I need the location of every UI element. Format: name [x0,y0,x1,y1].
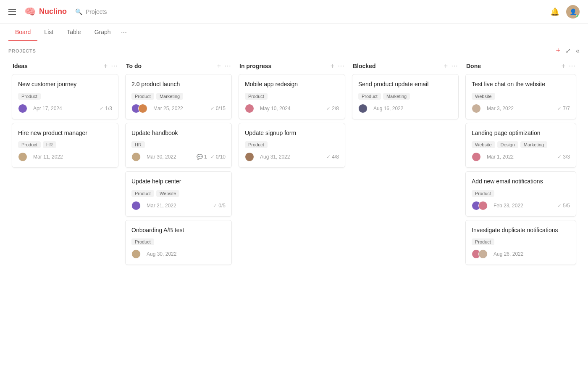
search-area[interactable]: 🔍 Projects [75,8,107,15]
card-title: Mobile app redesign [245,80,339,89]
card-date: Mar 11, 2022 [33,154,63,160]
card-tags: Product HR [18,141,112,148]
card-tags: Product [472,190,570,197]
tab-table[interactable]: Table [60,24,87,41]
card-new-customer-journey[interactable]: New customer journey Product Apr 17, 202… [12,74,118,119]
tag: Product [245,93,268,100]
card-avatars [131,201,141,210]
column-header-done: Done + ⋯ [465,62,576,70]
check-count: 0/15 [216,106,226,111]
card-meta: Feb 23, 2022 [472,201,523,210]
avatar [472,104,481,113]
column-actions-ideas: + ⋯ [104,62,118,70]
tab-list[interactable]: List [37,24,60,41]
card-checks: ✓ 4/8 [326,154,339,160]
comment-icon: 💬 [197,154,203,160]
avatar [478,201,488,210]
card-footer: Mar 21, 2022 ✓ 0/5 [131,201,226,210]
check-icon: ✓ [557,203,562,209]
add-card-ideas-button[interactable]: + [104,62,108,70]
card-footer: Mar 25, 2022 ✓ 0/15 [131,104,226,113]
tag: Product [472,238,494,245]
card-footer: Apr 17, 2024 ✓ 1/3 [18,104,112,113]
card-mobile-app-redesign[interactable]: Mobile app redesign Product May 10, 2024… [239,74,345,119]
card-update-handbook[interactable]: Update handbook HR Mar 30, 2022 💬 1 [125,123,232,168]
column-title-done: Done [466,63,481,69]
notifications-button[interactable]: 🔔 [550,7,559,16]
column-inprogress: In progress + ⋯ Mobile app redesign Prod… [235,58,349,272]
column-actions-inprogress: + ⋯ [331,62,344,70]
avatar [138,104,147,113]
card-update-signup-form[interactable]: Update signup form Product Aug 31, 2022 … [239,123,345,168]
more-ideas-button[interactable]: ⋯ [111,62,118,70]
card-landing-page-optimization[interactable]: Landing page optimization Website Design… [465,123,576,168]
avatar [245,152,254,161]
card-date: Aug 26, 2022 [494,251,523,257]
check-icon: ✓ [100,106,104,111]
logo[interactable]: 🧠 Nuclino [24,6,67,17]
tab-graph[interactable]: Graph [88,24,118,41]
card-date: Mar 30, 2022 [147,154,176,160]
more-todo-button[interactable]: ⋯ [224,62,231,70]
card-add-email-notifications[interactable]: Add new email notifications Product Feb … [465,171,576,217]
card-product-launch[interactable]: 2.0 product launch Product Marketing Mar… [125,74,232,119]
card-tags: Website [472,93,570,100]
card-avatars [472,104,481,113]
card-date: Aug 30, 2022 [147,251,176,257]
menu-button[interactable] [8,9,16,15]
card-date: Mar 3, 2022 [487,106,514,111]
add-card-todo-button[interactable]: + [217,62,221,70]
card-footer: Mar 30, 2022 💬 1 ✓ 0/10 [131,152,226,161]
header: 🧠 Nuclino 🔍 Projects 🔔 👤 [0,0,588,24]
card-hire-product-manager[interactable]: Hire new product manager Product HR Mar … [12,123,118,168]
check-icon: ✓ [213,203,217,209]
check-count: 0/10 [216,154,226,160]
card-title: Onboarding A/B test [131,226,226,235]
card-meta: Mar 25, 2022 [131,104,183,113]
tag: HR [43,141,56,148]
tag: Product [131,238,154,245]
check-count: 0/5 [218,203,226,209]
card-title: Update signup form [245,129,339,138]
more-done-button[interactable]: ⋯ [569,62,575,70]
card-footer: Feb 23, 2022 ✓ 5/5 [472,201,570,210]
column-header-inprogress: In progress + ⋯ [239,62,345,70]
column-todo: To do + ⋯ 2.0 product launch Product Mar… [122,58,235,272]
tab-more-button[interactable]: ⋯ [118,24,130,41]
check-icon: ✓ [557,154,562,160]
tag: Product [18,141,41,148]
check-icon: ✓ [326,154,331,160]
more-inprogress-button[interactable]: ⋯ [338,62,344,70]
card-avatars [245,152,254,161]
check-count: 1/3 [105,106,112,111]
card-investigate-duplicate-notifications[interactable]: Investigate duplicate notifications Prod… [465,220,576,265]
tab-board[interactable]: Board [8,24,37,41]
card-send-product-update-email[interactable]: Send product update email Product Market… [352,74,459,119]
card-date: Apr 17, 2024 [33,106,62,111]
card-checks: ✓ 1/3 [100,106,112,111]
card-update-help-center[interactable]: Update help center Product Website Mar 2… [125,171,232,217]
card-tags: Product [472,238,570,245]
tag: Product [18,93,41,100]
more-blocked-button[interactable]: ⋯ [451,62,458,70]
card-avatars [131,249,141,259]
collapse-button[interactable]: « [576,47,580,55]
card-date: Feb 23, 2022 [494,203,523,209]
tag: Design [497,141,518,148]
add-card-blocked-button[interactable]: + [444,62,448,70]
tag: Product [131,190,154,197]
card-test-live-chat[interactable]: Test live chat on the website Website Ma… [465,74,576,119]
add-card-done-button[interactable]: + [562,62,565,70]
card-meta: May 10, 2024 [245,104,291,113]
add-card-inprogress-button[interactable]: + [331,62,334,70]
add-project-button[interactable]: + [556,46,561,55]
card-title: Update handbook [131,129,226,138]
logo-text: Nuclino [39,7,67,16]
user-avatar[interactable]: 👤 [566,5,580,19]
expand-button[interactable]: ⤢ [565,47,571,55]
card-meta: Aug 30, 2022 [131,249,176,259]
card-meta: Mar 1, 2022 [472,152,514,161]
column-actions-todo: + ⋯ [217,62,231,70]
tag: Website [156,190,180,197]
card-onboarding-ab-test[interactable]: Onboarding A/B test Product Aug 30, 2022 [125,220,232,265]
